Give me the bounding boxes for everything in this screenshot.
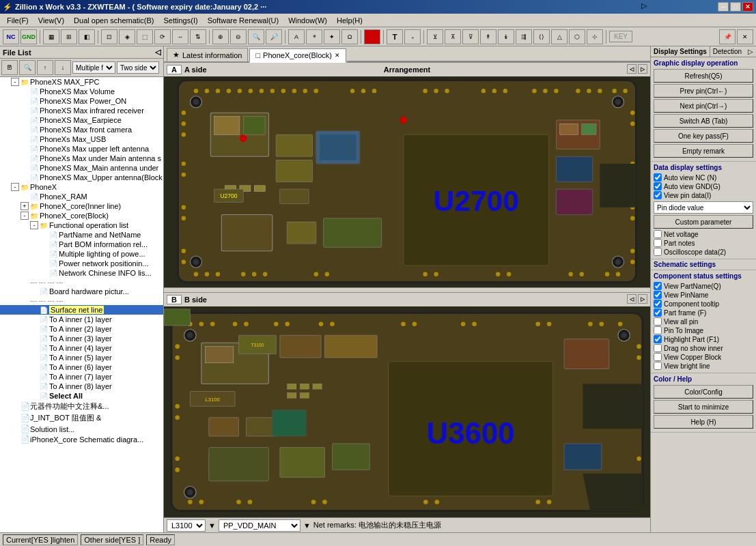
- start-minimize-button[interactable]: Start to minimize: [654, 400, 753, 414]
- tree-item-32[interactable]: 📄To A inner (7) layer: [0, 372, 163, 382]
- tree-item-26[interactable]: 📄To A inner (1) layer: [0, 315, 163, 324]
- maximize-button[interactable]: □: [730, 2, 741, 12]
- toolbar-pin-btn[interactable]: 📌: [719, 29, 736, 44]
- toolbar-gnd-button[interactable]: GND: [20, 29, 37, 44]
- tree-item-31[interactable]: 📄To A inner (6) layer: [0, 362, 163, 372]
- toolbar-btn-T[interactable]: T: [387, 29, 403, 44]
- toolbar-btn-29[interactable]: ⬡: [569, 29, 585, 44]
- prev-pin-button[interactable]: Prev pin(Ctrl←): [654, 84, 753, 98]
- drag-no-show-input[interactable]: [654, 344, 662, 352]
- refresh-button[interactable]: Refresh(Q5): [654, 69, 753, 83]
- tree-item-bottom[interactable]: 📄元器件功能中文注释&...: [0, 401, 163, 412]
- board-b-canvas[interactable]: U3600: [164, 306, 650, 517]
- board-divider[interactable]: [164, 287, 650, 293]
- tree-item-4[interactable]: 📄PhoneXS Max infrared receiver: [0, 106, 163, 115]
- highlight-part-input[interactable]: [654, 335, 662, 343]
- tree-item-27[interactable]: 📄To A inner (2) layer: [0, 324, 163, 334]
- toolbar-btn-19[interactable]: Ω: [341, 29, 358, 44]
- view-copper-input[interactable]: [654, 353, 662, 361]
- auto-view-nc-input[interactable]: [654, 173, 662, 182]
- toolbar-btn-7[interactable]: ◈: [119, 29, 135, 44]
- toolbar-btn-14[interactable]: 🔍: [248, 29, 264, 44]
- tree-item-bottom[interactable]: 📄Solution list...: [0, 424, 163, 434]
- help-button[interactable]: Help (H): [654, 415, 753, 429]
- tree-item-10[interactable]: 📄PhoneXS Max_Main antenna under: [0, 163, 163, 173]
- minimize-button[interactable]: ─: [718, 2, 729, 12]
- tree-item-23[interactable]: 📄Board hardware pictur...: [0, 287, 163, 296]
- board-b-next[interactable]: ▷: [638, 294, 647, 304]
- view-all-pin-input[interactable]: [654, 317, 662, 326]
- tree-item-33[interactable]: 📄To A inner (8) layer: [0, 382, 163, 391]
- toolbar-btn-20[interactable]: ₊: [404, 29, 421, 44]
- tree-expand[interactable]: -: [11, 78, 19, 86]
- detection-tab[interactable]: Detection: [710, 46, 744, 57]
- menu-file[interactable]: File(F): [3, 15, 33, 26]
- toolbar-btn-28[interactable]: △: [551, 29, 568, 44]
- toolbar-btn-4[interactable]: ⊞: [61, 29, 77, 44]
- menu-settings[interactable]: Settings(I): [159, 15, 201, 26]
- toolbar-btn-30[interactable]: ⊹: [587, 29, 603, 44]
- tree-item-2[interactable]: 📄PhoneXS Max Volume: [0, 87, 163, 96]
- board-a-prev[interactable]: ◁: [627, 64, 636, 74]
- tree-item-3[interactable]: 📄PhoneXS Max Power_ON: [0, 96, 163, 106]
- twoside-select[interactable]: Two side: [117, 61, 159, 74]
- right-panel-collapse[interactable]: ▷: [745, 46, 756, 57]
- tree-item-29[interactable]: 📄To A inner (4) layer: [0, 343, 163, 353]
- tree-item-28[interactable]: 📄To A inner (3) layer: [0, 334, 163, 343]
- toolbar-btn-25[interactable]: ↡: [498, 29, 514, 44]
- menu-renewal[interactable]: Software Renewal(U): [204, 15, 283, 26]
- menu-view[interactable]: View(V): [34, 15, 68, 26]
- multiple-select[interactable]: Multiple f: [72, 61, 115, 74]
- net-select-1[interactable]: L3100: [167, 519, 206, 532]
- board-b-prev[interactable]: ◁: [627, 294, 636, 304]
- tree-item-7[interactable]: 📄PhoneXs Max_USB: [0, 134, 163, 144]
- tree-item-21[interactable]: 📄Network Chinese INFO lis...: [0, 268, 163, 278]
- toolbar-btn-8[interactable]: ⬚: [137, 29, 153, 44]
- fl-btn-3[interactable]: ↑: [37, 60, 53, 75]
- board-a-next[interactable]: ▷: [638, 64, 647, 74]
- tree-item-34[interactable]: 📄Select All: [0, 391, 163, 401]
- tree-item-19[interactable]: 📄Multiple lighting of powe...: [0, 249, 163, 259]
- part-frame-input[interactable]: [654, 308, 662, 317]
- custom-parameter-button[interactable]: Custom parameter: [654, 215, 753, 229]
- toolbar-btn-5[interactable]: ◧: [79, 29, 95, 44]
- toolbar-btn-27[interactable]: ⟨⟩: [533, 29, 550, 44]
- view-bright-line-input[interactable]: [654, 362, 662, 370]
- file-list-content[interactable]: -📁PhoneXS MAX_FPC📄PhoneXS Max Volume📄Pho…: [0, 77, 163, 532]
- toolbar-close-btn[interactable]: ✕: [737, 29, 753, 44]
- fl-btn-2[interactable]: 🔍: [19, 60, 36, 75]
- net-select-2[interactable]: PP_VDD_MAIN: [219, 519, 300, 532]
- tree-expand[interactable]: -: [20, 212, 29, 220]
- tree-item-bottom[interactable]: 📄J_INT_BOT 阻值图 &: [0, 412, 163, 424]
- empty-remark-button[interactable]: Empty remark: [654, 144, 753, 158]
- tree-item-15[interactable]: -📁PhoneX_core(Block): [0, 211, 163, 220]
- tree-item-25[interactable]: 📄Surface net line: [0, 305, 163, 315]
- tree-item-24[interactable]: --- --- --- ---: [0, 296, 163, 305]
- pin-diode-select[interactable]: Pin diode value: [654, 201, 753, 214]
- toolbar-btn-24[interactable]: ↟: [480, 29, 496, 44]
- tree-item-6[interactable]: 📄PhoneXS Max front camera: [0, 125, 163, 134]
- tree-expand[interactable]: -: [30, 221, 38, 229]
- tree-item-30[interactable]: 📄To A inner (5) layer: [0, 353, 163, 362]
- toolbar-btn-23[interactable]: ⊽: [462, 29, 479, 44]
- toolbar-btn-22[interactable]: ⊼: [445, 29, 461, 44]
- toolbar-btn-18[interactable]: ✦: [324, 29, 340, 44]
- net-voltage-input[interactable]: [654, 230, 662, 238]
- tree-item-18[interactable]: 📄Part BOM information rel...: [0, 240, 163, 249]
- toolbar-btn-10[interactable]: ↔: [172, 29, 188, 44]
- component-tooltip-input[interactable]: [654, 300, 662, 308]
- pin-to-image-input[interactable]: [654, 326, 662, 334]
- color-config-button[interactable]: Color/Config: [654, 385, 753, 399]
- one-key-pass-button[interactable]: One key pass(F): [654, 129, 753, 143]
- fl-btn-4[interactable]: ↓: [55, 60, 71, 75]
- part-notes-input[interactable]: [654, 239, 662, 247]
- view-partname-input[interactable]: [654, 282, 662, 290]
- tree-expand[interactable]: -: [11, 183, 19, 191]
- toolbar-btn-26[interactable]: ⇶: [516, 29, 532, 44]
- tree-item-22[interactable]: --- --- --- ---: [0, 278, 163, 287]
- tree-item-1[interactable]: -📁PhoneXS MAX_FPC: [0, 77, 163, 87]
- tab-close-button[interactable]: ✕: [335, 52, 340, 59]
- toolbar-btn-3[interactable]: ▦: [43, 29, 59, 44]
- switch-ab-button[interactable]: Switch AB (Tab): [654, 114, 753, 128]
- auto-view-gnd-input[interactable]: [654, 182, 662, 190]
